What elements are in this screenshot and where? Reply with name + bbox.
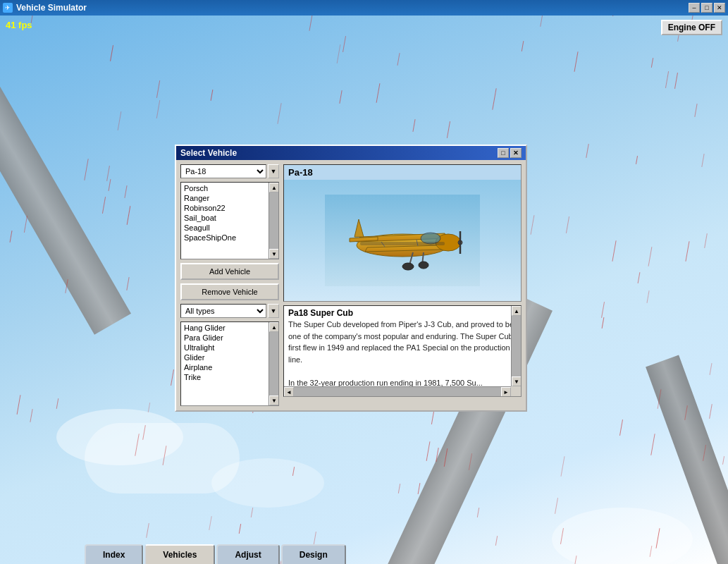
type-scroll-up[interactable]: ▲: [269, 322, 279, 332]
description-box: Pa18 Super Cub The Super Cub developed f…: [283, 305, 522, 397]
modal-restore-button[interactable]: □: [498, 148, 509, 158]
type-listbox: Hang GliderPara GliderUltralightGliderAi…: [180, 321, 279, 406]
rain-streak: [412, 120, 415, 133]
rain-streak: [211, 90, 214, 101]
desc-scroll-corner: [511, 386, 521, 396]
rain-streak: [555, 498, 558, 514]
desc-scroll-right[interactable]: ►: [501, 387, 511, 397]
type-list-item[interactable]: Trike: [181, 372, 278, 382]
rain-streak: [704, 233, 708, 248]
rain-streak: [477, 508, 479, 517]
desc-horizontal-scrollbar: ◄ ►: [284, 386, 511, 396]
rain-streak: [156, 100, 160, 118]
rain-streak: [612, 240, 617, 262]
rain-streak: [56, 398, 59, 409]
type-list: Hang GliderPara GliderUltralightGliderAi…: [181, 322, 278, 383]
modal-close-button[interactable]: ✕: [510, 148, 522, 158]
vehicle-list-item[interactable]: Porsch: [181, 183, 278, 193]
rain-streak: [619, 420, 623, 436]
vehicle-scroll-down[interactable]: ▼: [269, 249, 279, 259]
type-list-item[interactable]: Para Glider: [181, 333, 278, 343]
fps-counter: 41 fps: [6, 20, 32, 30]
right-panel: Pa-18: [283, 164, 522, 406]
app-title: Vehicle Simulator: [16, 3, 687, 13]
desc-scroll-track[interactable]: [512, 316, 521, 376]
rain-streak: [337, 44, 341, 63]
rain-streak: [722, 456, 724, 465]
rain-streak: [251, 508, 253, 517]
rain-streak: [118, 111, 122, 130]
bottom-tabs: Index Vehicles Adjust Design: [0, 536, 728, 564]
type-dropdown[interactable]: All types: [180, 304, 266, 318]
vehicle-list-item[interactable]: Seagull: [181, 223, 278, 233]
rain-streak: [398, 484, 400, 494]
cloud-3: [211, 458, 324, 508]
rain-streak: [674, 73, 678, 89]
tab-adjust[interactable]: Adjust: [216, 544, 279, 564]
rain-streak: [646, 290, 649, 303]
rain-streak: [102, 197, 106, 214]
tab-design[interactable]: Design: [281, 544, 346, 564]
add-vehicle-button[interactable]: Add Vehicle: [180, 263, 279, 280]
type-dropdown-row: All types ▼: [180, 304, 279, 318]
type-list-item[interactable]: Hang Glider: [181, 323, 278, 333]
vehicle-dropdown-scroll[interactable]: ▼: [268, 164, 279, 178]
type-scroll-track[interactable]: [269, 332, 278, 396]
type-dropdown-scroll[interactable]: ▼: [268, 304, 279, 318]
svg-point-13: [419, 262, 428, 269]
vehicle-list: PorschRangerRobinson22Sail_boatSeagullSp…: [181, 183, 278, 243]
rain-streak: [16, 395, 20, 415]
vehicle-scrollbar: ▲ ▼: [269, 183, 278, 259]
modal-body: Pa-18 ▼ PorschRangerRobinson22Sail_boatS…: [176, 160, 526, 410]
vehicle-list-item[interactable]: Ranger: [181, 193, 278, 203]
modal-title: Select Vehicle: [180, 148, 237, 158]
desc-hscroll-track[interactable]: [294, 387, 501, 396]
rain-streak: [106, 166, 110, 181]
type-list-item[interactable]: Glider: [181, 352, 278, 362]
vehicle-list-item[interactable]: Robinson22: [181, 203, 278, 213]
vehicle-list-item[interactable]: SpaceShipOne: [181, 233, 278, 243]
rain-streak: [126, 206, 130, 225]
minimize-button[interactable]: –: [689, 3, 700, 13]
tab-vehicles[interactable]: Vehicles: [144, 544, 215, 564]
rain-streak: [148, 403, 150, 412]
vehicle-list-item[interactable]: Sail_boat: [181, 213, 278, 223]
vehicle-scroll-track[interactable]: [269, 192, 278, 249]
vehicle-dropdown-row: Pa-18 ▼: [180, 164, 279, 178]
remove-vehicle-button[interactable]: Remove Vehicle: [180, 283, 279, 300]
rain-streak: [586, 144, 588, 158]
rain-streak: [522, 41, 524, 51]
rain-streak: [209, 516, 211, 530]
left-panel: Pa-18 ▼ PorschRangerRobinson22Sail_boatS…: [180, 164, 279, 406]
svg-rect-16: [360, 242, 445, 245]
vehicle-listbox: PorschRangerRobinson22Sail_boatSeagullSp…: [180, 182, 279, 259]
vehicle-image-title: Pa-18: [284, 165, 521, 180]
rain-streak: [376, 83, 381, 103]
vehicle-scroll-up[interactable]: ▲: [269, 183, 279, 192]
rain-streak: [418, 483, 421, 494]
svg-point-12: [402, 263, 414, 270]
rain-streak: [124, 185, 127, 198]
restore-button[interactable]: □: [701, 3, 712, 13]
rain-streak: [426, 441, 431, 461]
close-button[interactable]: ✕: [714, 3, 725, 13]
rain-streak: [709, 404, 712, 418]
app-titlebar: ✈ Vehicle Simulator – □ ✕: [0, 0, 728, 16]
type-list-item[interactable]: Airplane: [181, 362, 278, 372]
rain-streak: [710, 363, 712, 375]
type-list-item[interactable]: Ultralight: [181, 343, 278, 352]
type-scroll-down[interactable]: ▼: [269, 396, 279, 405]
tab-index[interactable]: Index: [85, 544, 143, 564]
rain-streak: [110, 45, 113, 61]
rain-streak: [30, 409, 32, 422]
desc-scroll-up[interactable]: ▲: [512, 306, 522, 316]
desc-scroll-down[interactable]: ▼: [512, 376, 522, 386]
rain-streak: [651, 58, 653, 68]
rain-streak: [574, 51, 578, 72]
rain-streak: [85, 159, 89, 180]
vehicle-dropdown[interactable]: Pa-18: [180, 164, 266, 178]
desc-scroll-left[interactable]: ◄: [284, 387, 294, 397]
rain-streak: [530, 215, 534, 235]
rain-streak: [601, 302, 605, 318]
engine-off-button[interactable]: Engine OFF: [661, 20, 722, 35]
